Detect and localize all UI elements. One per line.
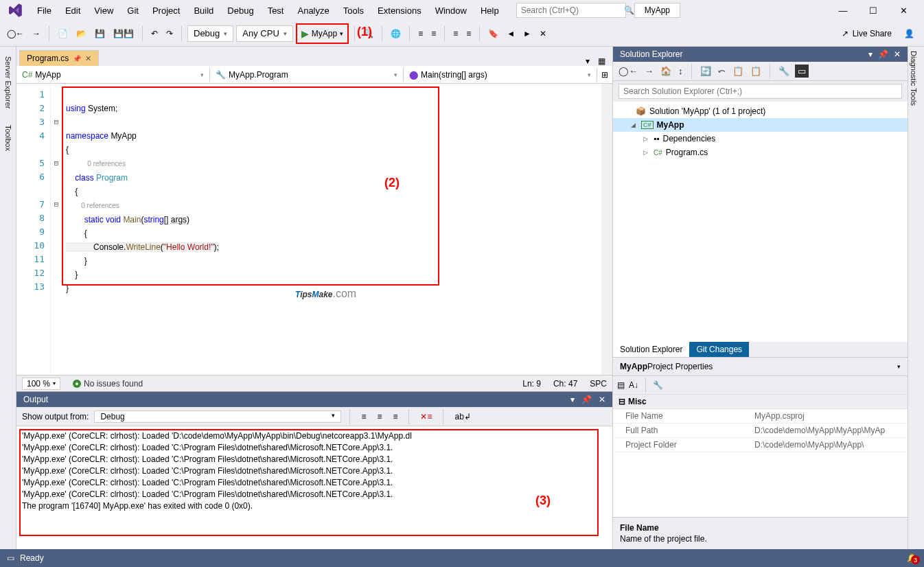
se-tab-solution[interactable]: Solution Explorer [613, 342, 689, 357]
menu-view[interactable]: View [87, 3, 120, 19]
bookmark-clear-icon[interactable]: ✕ [537, 27, 549, 40]
vscroll[interactable] [601, 84, 612, 375]
search-box[interactable]: 🔍 [516, 3, 626, 18]
tree-dependencies[interactable]: ▷▪▪Dependencies [613, 132, 908, 146]
code-editor[interactable]: 12345678910111213 ⊟⊟⊟ using System; name… [16, 84, 612, 375]
se-paste-icon[interactable]: 📋 [749, 65, 763, 78]
tabs-overflow-icon[interactable]: ▦ [594, 56, 610, 66]
nav-fwd-button[interactable]: → [30, 27, 43, 40]
nav-project[interactable]: C# MyApp [16, 68, 210, 82]
minimize-button[interactable]: — [828, 1, 858, 20]
props-sort-icon[interactable]: A↓ [629, 380, 638, 390]
fold-column[interactable]: ⊟⊟⊟ [51, 84, 62, 375]
menu-git[interactable]: Git [120, 3, 146, 19]
se-search-input[interactable] [619, 84, 902, 99]
split-editor-icon[interactable]: ⊞ [597, 70, 612, 80]
find-output-icon[interactable]: ≡ [374, 410, 384, 424]
diagnostic-tools-tab[interactable]: Diagnostic Tools [908, 47, 919, 110]
tree-project[interactable]: ◢C#MyApp [613, 118, 908, 132]
tree-program-cs[interactable]: ▷C#Program.cs [613, 146, 908, 159]
output-source-dropdown[interactable]: Debug [94, 410, 341, 423]
menu-build[interactable]: Build [187, 3, 220, 19]
save-all-button[interactable]: 💾💾 [111, 27, 137, 40]
output-close-icon[interactable]: ✕ [599, 395, 605, 404]
menu-extensions[interactable]: Extensions [371, 3, 428, 19]
se-search[interactable] [613, 81, 908, 102]
platform-dropdown[interactable]: Any CPU [236, 25, 292, 42]
notifications-icon[interactable]: 🔔3 [907, 553, 917, 563]
liveshare[interactable]: ↗ Live Share 👤 [836, 29, 920, 38]
config-dropdown[interactable]: Debug [187, 25, 233, 42]
nav-back-button[interactable]: ◯← [4, 27, 27, 40]
bookmark-prev-icon[interactable]: ◄ [504, 27, 518, 40]
menu-window[interactable]: Window [428, 3, 474, 19]
se-copy-icon[interactable]: 📋 [731, 65, 745, 78]
nav-class[interactable]: 🔧 MyApp.Program [210, 68, 404, 82]
tree-solution[interactable]: 📦Solution 'MyApp' (1 of 1 project) [613, 104, 908, 118]
user-icon[interactable]: 👤 [904, 29, 914, 38]
issues-status[interactable]: No issues found [73, 379, 143, 389]
tab-program-cs[interactable]: Program.cs 📌 ✕ [19, 50, 99, 66]
se-pin-icon[interactable]: 📌 [878, 49, 888, 59]
maximize-button[interactable]: ☐ [858, 1, 888, 20]
output-pin-icon[interactable]: 📌 [581, 395, 592, 404]
menu-project[interactable]: Project [146, 3, 187, 19]
open-button[interactable]: 📂 [73, 27, 89, 40]
prop-category[interactable]: ⊟Misc [613, 394, 908, 409]
bookmark-next-icon[interactable]: ► [520, 27, 534, 40]
tabs-dropdown-icon[interactable]: ▾ [581, 56, 594, 66]
menu-help[interactable]: Help [474, 3, 506, 19]
browser-link-icon[interactable]: 🌐 [388, 27, 404, 40]
se-close-icon[interactable]: ✕ [894, 49, 901, 59]
word-wrap-icon[interactable]: ≡ [390, 410, 400, 424]
se-home-icon[interactable]: 🏠 [659, 65, 673, 78]
se-refresh-icon[interactable]: 🔄 [699, 65, 713, 78]
server-explorer-tab[interactable]: Server Explorer [3, 52, 14, 113]
toggle-wrap-icon[interactable]: ab↲ [452, 410, 473, 424]
output-text[interactable]: 'MyApp.exe' (CoreCLR: clrhost): Loaded '… [16, 426, 612, 546]
save-button[interactable]: 💾 [92, 27, 108, 40]
nav-method[interactable]: ⬤ Main(string[] args) [404, 68, 597, 82]
menu-edit[interactable]: Edit [58, 3, 87, 19]
menu-file[interactable]: File [30, 3, 58, 19]
se-dropdown-icon[interactable]: ▾ [868, 49, 873, 59]
menu-test[interactable]: Test [261, 3, 291, 19]
props-pages-icon[interactable]: 🔧 [653, 380, 663, 390]
se-properties-icon[interactable]: 🔧 [777, 65, 791, 78]
prop-row-projectfolder[interactable]: Project FolderD:\code\demo\MyApp\MyApp\ [613, 438, 908, 452]
menu-debug[interactable]: Debug [220, 3, 260, 19]
close-tab-icon[interactable]: ✕ [85, 54, 91, 63]
start-debug-button[interactable]: ▶ MyApp ▾ [296, 23, 349, 44]
comment-icon[interactable]: ≡ [450, 27, 461, 40]
indent-icon[interactable]: ≡ [415, 27, 426, 40]
prop-row-fullpath[interactable]: Full PathD:\code\demo\MyApp\MyApp\MyAp [613, 424, 908, 438]
properties-grid[interactable]: ⊟Misc File NameMyApp.csproj Full PathD:\… [613, 394, 908, 517]
menu-analyze[interactable]: Analyze [290, 3, 336, 19]
se-fwd-icon[interactable]: → [643, 65, 655, 78]
code-content[interactable]: using System; namespace MyApp { 0 refere… [62, 84, 612, 375]
clear-output-icon[interactable]: ≡ [358, 410, 369, 424]
props-dropdown-icon[interactable]: ▾ [897, 363, 901, 370]
menu-tools[interactable]: Tools [336, 3, 371, 19]
solution-tree[interactable]: 📦Solution 'MyApp' (1 of 1 project) ◢C#My… [613, 102, 908, 342]
prop-row-filename[interactable]: File NameMyApp.csproj [613, 409, 908, 424]
props-categorize-icon[interactable]: ▤ [617, 380, 625, 390]
se-tab-git[interactable]: Git Changes [689, 342, 749, 357]
clear-all-icon[interactable]: ✕≡ [417, 410, 435, 424]
redo-button[interactable]: ↷ [163, 27, 176, 40]
zoom-dropdown[interactable]: 100 % [22, 378, 60, 390]
search-input[interactable] [521, 5, 624, 15]
toolbox-tab[interactable]: Toolbox [3, 121, 14, 155]
se-showall-icon[interactable]: ▭ [795, 65, 809, 78]
se-sync-icon[interactable]: ↕ [677, 65, 684, 78]
uncomment-icon[interactable]: ≡ [463, 27, 474, 40]
search-icon[interactable]: 🔍 [624, 5, 634, 15]
bookmark-icon[interactable]: 🔖 [485, 27, 501, 40]
se-back-icon[interactable]: ◯← [617, 65, 639, 78]
pin-icon[interactable]: 📌 [73, 55, 81, 62]
new-project-button[interactable]: 📄 [55, 27, 71, 40]
se-collapse-icon[interactable]: ⤺ [717, 65, 727, 78]
output-dropdown-icon[interactable]: ▾ [570, 395, 575, 404]
outdent-icon[interactable]: ≡ [428, 27, 439, 40]
undo-button[interactable]: ↶ [148, 27, 161, 40]
